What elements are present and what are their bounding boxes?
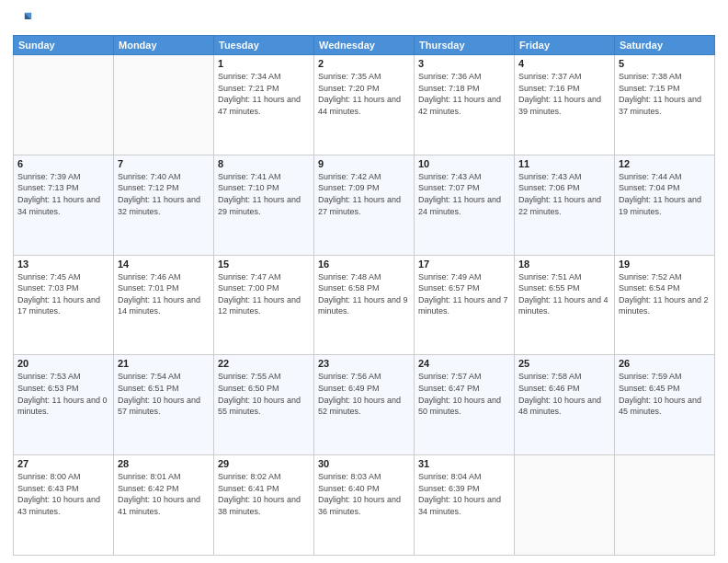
day-info: Sunrise: 7:40 AMSunset: 7:12 PMDaylight:… <box>118 171 210 217</box>
day-number: 6 <box>17 158 109 169</box>
logo-icon <box>13 9 33 29</box>
day-info: Sunrise: 7:54 AMSunset: 6:51 PMDaylight:… <box>118 371 210 417</box>
calendar-cell: 8Sunrise: 7:41 AMSunset: 7:10 PMDaylight… <box>214 155 314 255</box>
day-info: Sunrise: 7:43 AMSunset: 7:06 PMDaylight:… <box>518 171 610 217</box>
day-number: 10 <box>418 158 510 169</box>
header <box>13 9 715 29</box>
calendar-cell: 25Sunrise: 7:58 AMSunset: 6:46 PMDayligh… <box>515 355 615 455</box>
day-number: 14 <box>118 259 210 270</box>
day-number: 8 <box>218 158 310 169</box>
day-info: Sunrise: 7:36 AMSunset: 7:18 PMDaylight:… <box>418 71 510 117</box>
day-number: 27 <box>17 458 109 469</box>
day-number: 13 <box>17 259 109 270</box>
day-info: Sunrise: 7:44 AMSunset: 7:04 PMDaylight:… <box>619 171 711 217</box>
calendar-cell: 5Sunrise: 7:38 AMSunset: 7:15 PMDaylight… <box>615 55 715 155</box>
day-header-tuesday: Tuesday <box>214 36 314 55</box>
day-info: Sunrise: 7:58 AMSunset: 6:46 PMDaylight:… <box>518 371 610 417</box>
day-info: Sunrise: 8:04 AMSunset: 6:39 PMDaylight:… <box>418 471 510 517</box>
day-info: Sunrise: 7:56 AMSunset: 6:49 PMDaylight:… <box>318 371 410 417</box>
day-number: 15 <box>218 259 310 270</box>
calendar-table: SundayMondayTuesdayWednesdayThursdayFrid… <box>13 35 715 556</box>
day-number: 2 <box>318 58 410 69</box>
day-info: Sunrise: 7:49 AMSunset: 6:57 PMDaylight:… <box>418 271 510 317</box>
day-number: 1 <box>218 58 310 69</box>
day-number: 20 <box>17 358 109 369</box>
calendar-cell: 2Sunrise: 7:35 AMSunset: 7:20 PMDaylight… <box>314 55 415 155</box>
day-number: 23 <box>318 358 410 369</box>
day-number: 12 <box>619 158 711 169</box>
day-info: Sunrise: 7:52 AMSunset: 6:54 PMDaylight:… <box>619 271 711 317</box>
day-header-thursday: Thursday <box>415 36 515 55</box>
day-number: 5 <box>619 58 711 69</box>
calendar-cell: 4Sunrise: 7:37 AMSunset: 7:16 PMDaylight… <box>515 55 615 155</box>
calendar-cell <box>515 455 615 556</box>
day-info: Sunrise: 7:55 AMSunset: 6:50 PMDaylight:… <box>218 371 310 417</box>
day-info: Sunrise: 7:43 AMSunset: 7:07 PMDaylight:… <box>418 171 510 217</box>
day-number: 4 <box>518 58 610 69</box>
calendar-cell: 18Sunrise: 7:51 AMSunset: 6:55 PMDayligh… <box>515 255 615 355</box>
calendar-cell: 9Sunrise: 7:42 AMSunset: 7:09 PMDaylight… <box>314 155 415 255</box>
day-info: Sunrise: 7:35 AMSunset: 7:20 PMDaylight:… <box>318 71 410 117</box>
day-number: 22 <box>218 358 310 369</box>
calendar-cell: 21Sunrise: 7:54 AMSunset: 6:51 PMDayligh… <box>114 355 214 455</box>
calendar-cell: 27Sunrise: 8:00 AMSunset: 6:43 PMDayligh… <box>14 455 114 556</box>
day-info: Sunrise: 7:48 AMSunset: 6:58 PMDaylight:… <box>318 271 410 317</box>
day-number: 7 <box>118 158 210 169</box>
day-info: Sunrise: 7:45 AMSunset: 7:03 PMDaylight:… <box>17 271 109 317</box>
day-info: Sunrise: 7:37 AMSunset: 7:16 PMDaylight:… <box>518 71 610 117</box>
calendar-cell: 10Sunrise: 7:43 AMSunset: 7:07 PMDayligh… <box>415 155 515 255</box>
calendar-cell: 29Sunrise: 8:02 AMSunset: 6:41 PMDayligh… <box>214 455 314 556</box>
day-info: Sunrise: 7:46 AMSunset: 7:01 PMDaylight:… <box>118 271 210 317</box>
calendar-cell: 30Sunrise: 8:03 AMSunset: 6:40 PMDayligh… <box>314 455 415 556</box>
day-info: Sunrise: 8:00 AMSunset: 6:43 PMDaylight:… <box>17 471 109 517</box>
day-info: Sunrise: 8:01 AMSunset: 6:42 PMDaylight:… <box>118 471 210 517</box>
day-info: Sunrise: 7:39 AMSunset: 7:13 PMDaylight:… <box>17 171 109 217</box>
day-info: Sunrise: 7:53 AMSunset: 6:53 PMDaylight:… <box>17 371 109 417</box>
day-number: 24 <box>418 358 510 369</box>
day-header-friday: Friday <box>515 36 615 55</box>
calendar-cell: 3Sunrise: 7:36 AMSunset: 7:18 PMDaylight… <box>415 55 515 155</box>
calendar-cell: 28Sunrise: 8:01 AMSunset: 6:42 PMDayligh… <box>114 455 214 556</box>
day-number: 17 <box>418 259 510 270</box>
day-number: 31 <box>418 458 510 469</box>
calendar-cell: 20Sunrise: 7:53 AMSunset: 6:53 PMDayligh… <box>14 355 114 455</box>
day-info: Sunrise: 7:59 AMSunset: 6:45 PMDaylight:… <box>619 371 711 417</box>
day-header-saturday: Saturday <box>615 36 715 55</box>
logo <box>13 9 35 29</box>
day-header-sunday: Sunday <box>14 36 114 55</box>
day-info: Sunrise: 7:34 AMSunset: 7:21 PMDaylight:… <box>218 71 310 117</box>
day-info: Sunrise: 7:38 AMSunset: 7:15 PMDaylight:… <box>619 71 711 117</box>
calendar-cell: 24Sunrise: 7:57 AMSunset: 6:47 PMDayligh… <box>415 355 515 455</box>
calendar-cell: 22Sunrise: 7:55 AMSunset: 6:50 PMDayligh… <box>214 355 314 455</box>
calendar-cell: 6Sunrise: 7:39 AMSunset: 7:13 PMDaylight… <box>14 155 114 255</box>
day-number: 26 <box>619 358 711 369</box>
day-number: 21 <box>118 358 210 369</box>
day-number: 16 <box>318 259 410 270</box>
calendar-cell: 15Sunrise: 7:47 AMSunset: 7:00 PMDayligh… <box>214 255 314 355</box>
day-number: 11 <box>518 158 610 169</box>
calendar-cell: 26Sunrise: 7:59 AMSunset: 6:45 PMDayligh… <box>615 355 715 455</box>
calendar-cell <box>615 455 715 556</box>
day-header-monday: Monday <box>114 36 214 55</box>
day-info: Sunrise: 7:51 AMSunset: 6:55 PMDaylight:… <box>518 271 610 317</box>
day-number: 25 <box>518 358 610 369</box>
calendar-cell: 16Sunrise: 7:48 AMSunset: 6:58 PMDayligh… <box>314 255 415 355</box>
calendar-cell: 17Sunrise: 7:49 AMSunset: 6:57 PMDayligh… <box>415 255 515 355</box>
day-number: 28 <box>118 458 210 469</box>
day-info: Sunrise: 7:42 AMSunset: 7:09 PMDaylight:… <box>318 171 410 217</box>
page: SundayMondayTuesdayWednesdayThursdayFrid… <box>0 0 728 563</box>
day-number: 19 <box>619 259 711 270</box>
calendar-cell: 14Sunrise: 7:46 AMSunset: 7:01 PMDayligh… <box>114 255 214 355</box>
calendar-cell: 31Sunrise: 8:04 AMSunset: 6:39 PMDayligh… <box>415 455 515 556</box>
day-info: Sunrise: 8:02 AMSunset: 6:41 PMDaylight:… <box>218 471 310 517</box>
day-number: 18 <box>518 259 610 270</box>
day-info: Sunrise: 8:03 AMSunset: 6:40 PMDaylight:… <box>318 471 410 517</box>
day-number: 9 <box>318 158 410 169</box>
calendar-cell <box>114 55 214 155</box>
day-number: 29 <box>218 458 310 469</box>
calendar-cell: 19Sunrise: 7:52 AMSunset: 6:54 PMDayligh… <box>615 255 715 355</box>
calendar-cell: 1Sunrise: 7:34 AMSunset: 7:21 PMDaylight… <box>214 55 314 155</box>
calendar-cell: 23Sunrise: 7:56 AMSunset: 6:49 PMDayligh… <box>314 355 415 455</box>
calendar-cell: 11Sunrise: 7:43 AMSunset: 7:06 PMDayligh… <box>515 155 615 255</box>
day-info: Sunrise: 7:57 AMSunset: 6:47 PMDaylight:… <box>418 371 510 417</box>
